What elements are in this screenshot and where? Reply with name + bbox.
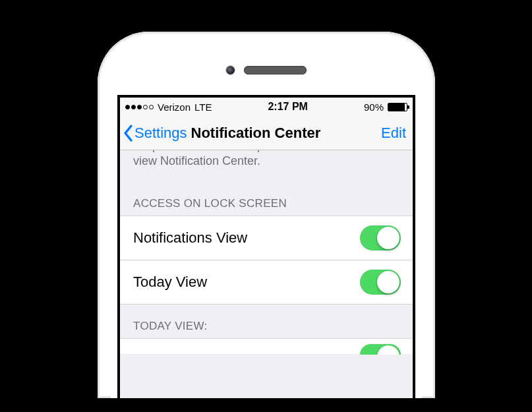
toggle-notifications-view[interactable] xyxy=(360,225,401,250)
signal-strength-icon xyxy=(125,105,154,109)
battery-percent-label: 90% xyxy=(364,102,384,113)
network-label: LTE xyxy=(194,102,212,113)
toggle-knob xyxy=(377,227,399,249)
row-partial xyxy=(120,338,413,354)
page-title: Notification Center xyxy=(191,125,382,142)
battery-icon xyxy=(388,103,407,111)
front-camera-icon xyxy=(226,66,235,74)
row-today-view: Today View xyxy=(120,260,413,305)
screen: Verizon LTE 2:17 PM 90% Settings xyxy=(117,95,415,398)
status-bar: Verizon LTE 2:17 PM 90% xyxy=(120,98,413,116)
section-header-access-lock-screen: ACCESS ON LOCK SCREEN xyxy=(120,181,413,216)
clock-label: 2:17 PM xyxy=(268,101,307,113)
back-label: Settings xyxy=(134,125,187,142)
sensor-row xyxy=(111,63,422,76)
settings-content[interactable]: Swipe down from the top of the screen to… xyxy=(120,150,413,398)
battery-level-fill xyxy=(388,103,405,111)
toggle-partial[interactable] xyxy=(360,344,401,355)
navigation-bar: Settings Notification Center Edit xyxy=(120,116,413,150)
earpiece-speaker-icon xyxy=(244,66,307,74)
help-text: Swipe down from the top of the screen to… xyxy=(120,150,413,181)
status-bar-left: Verizon LTE xyxy=(125,102,212,113)
toggle-knob xyxy=(377,271,399,293)
phone-bezel: Verizon LTE 2:17 PM 90% Settings xyxy=(111,45,422,398)
row-label: Notifications View xyxy=(133,229,247,247)
toggle-today-view[interactable] xyxy=(360,270,401,295)
chevron-left-icon xyxy=(123,124,134,142)
carrier-label: Verizon xyxy=(158,102,191,113)
back-button[interactable]: Settings xyxy=(123,124,187,142)
toggle-knob xyxy=(377,345,399,355)
iphone-device-frame: Verizon LTE 2:17 PM 90% Settings xyxy=(98,32,435,398)
section-header-today-view: TODAY VIEW: xyxy=(120,304,413,338)
edit-button[interactable]: Edit xyxy=(381,125,406,142)
status-bar-right: 90% xyxy=(364,102,407,113)
row-label: Today View xyxy=(133,274,207,291)
row-notifications-view: Notifications View xyxy=(120,216,413,260)
